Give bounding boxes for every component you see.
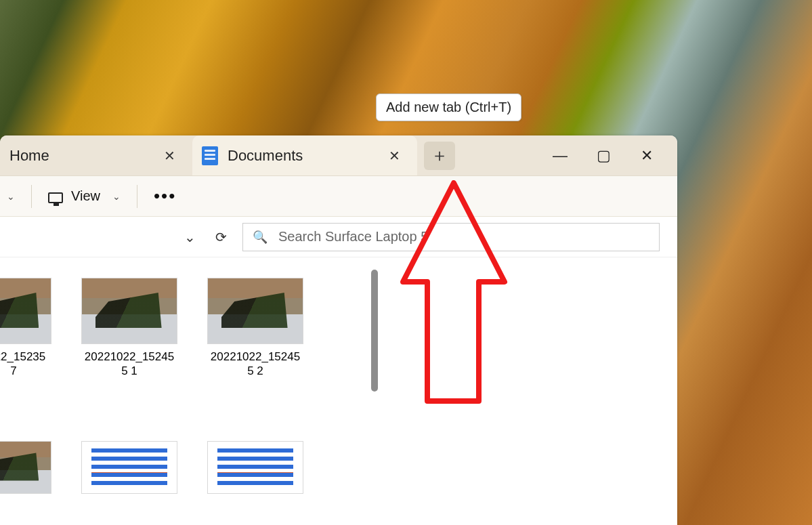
chevron-down-icon[interactable]: ⌄: [180, 228, 199, 247]
view-label: View: [71, 188, 100, 204]
file-label: 20221022_15245 5 2: [207, 350, 303, 379]
file-item[interactable]: 20221022_15245 5 2: [207, 278, 303, 410]
file-item[interactable]: 20221022_15245 5 1: [81, 278, 177, 410]
chevron-down-icon[interactable]: ⌄: [7, 191, 15, 202]
close-icon[interactable]: ✕: [382, 144, 406, 168]
separator: [31, 185, 32, 208]
tab-documents[interactable]: Documents ✕: [192, 135, 417, 175]
file-thumbnail: [81, 441, 177, 494]
minimize-button[interactable]: —: [550, 147, 570, 165]
more-options-button[interactable]: •••: [154, 186, 176, 207]
maximize-button[interactable]: ▢: [593, 147, 614, 165]
search-input[interactable]: 🔍 Search Surface Laptop 5: [242, 223, 660, 251]
file-thumbnail: [81, 278, 177, 344]
tooltip-add-tab: Add new tab (Ctrl+T): [376, 93, 521, 121]
view-menu[interactable]: View ⌄: [48, 188, 121, 204]
tab-label: Documents: [228, 147, 372, 165]
file-thumbnail: [0, 278, 51, 344]
new-tab-button[interactable]: ＋: [424, 142, 455, 170]
file-thumbnail: [207, 441, 303, 494]
search-icon: 🔍: [253, 230, 268, 245]
document-icon: [202, 146, 218, 165]
window-controls: — ▢ ✕: [536, 135, 677, 176]
file-label: 20221022_15245 5 1: [81, 350, 177, 379]
file-label: 1022_15235 7: [0, 350, 51, 379]
file-grid: 1022_15235 7 20221022_15245 5 1 20221022…: [0, 257, 366, 525]
toolbar: ⌄ View ⌄ •••: [0, 176, 677, 217]
search-placeholder: Search Surface Laptop 5: [278, 229, 428, 245]
nav-row: ⌄ ⟳ 🔍 Search Surface Laptop 5: [0, 217, 677, 257]
tab-home[interactable]: Home ✕: [0, 135, 192, 175]
file-item[interactable]: [81, 441, 177, 494]
plus-icon: ＋: [431, 144, 448, 167]
file-item[interactable]: 1022_15235 7: [0, 278, 51, 410]
file-thumbnail: [207, 278, 303, 344]
close-icon[interactable]: ✕: [157, 144, 181, 168]
file-explorer-window: Home ✕ Documents ✕ ＋ — ▢ ✕ ⌄ View ⌄ •••: [0, 135, 677, 525]
separator: [137, 185, 137, 208]
tab-label: Home: [9, 147, 148, 165]
file-thumbnail: [0, 441, 51, 494]
refresh-button[interactable]: ⟳: [211, 228, 230, 247]
monitor-icon: [48, 192, 63, 203]
scrollbar[interactable]: [366, 257, 381, 525]
file-item[interactable]: [207, 441, 303, 494]
titlebar: Home ✕ Documents ✕ ＋ — ▢ ✕: [0, 135, 677, 176]
chevron-down-icon: ⌄: [112, 191, 121, 202]
file-item[interactable]: [0, 441, 51, 494]
close-window-button[interactable]: ✕: [637, 147, 657, 165]
content-pane: 1022_15235 7 20221022_15245 5 1 20221022…: [0, 257, 677, 525]
